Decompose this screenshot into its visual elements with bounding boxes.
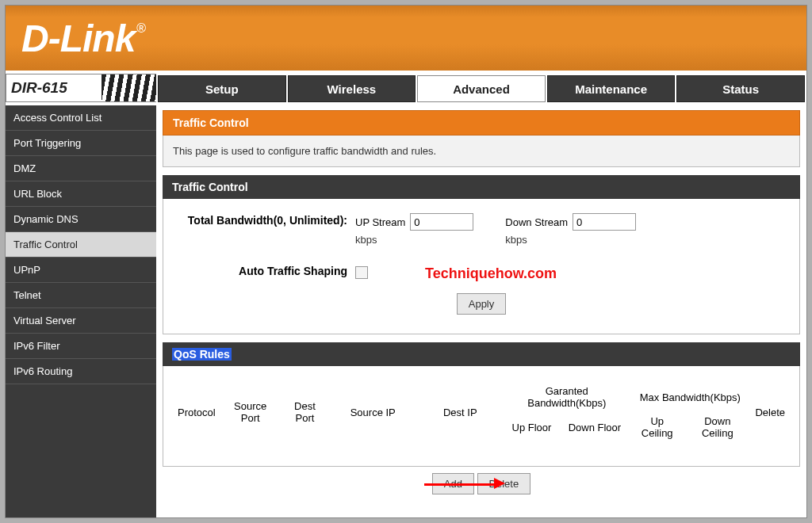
up-stream-input[interactable]: [410, 213, 473, 231]
top-row: DIR-615 Setup Wireless Advanced Maintena…: [6, 74, 806, 105]
bandwidth-label: Total Bandwidth(0, Unlimited):: [173, 213, 355, 227]
col-src-ip: Source IP: [329, 382, 416, 442]
sidebar-item-upnp[interactable]: UPnP: [6, 258, 156, 283]
sidebar-item-ipv6-routing[interactable]: IPv6 Routing: [6, 359, 156, 384]
tab-maintenance[interactable]: Maintenance: [547, 75, 676, 102]
watermark-text: Techniquehow.com: [425, 265, 557, 282]
tab-setup[interactable]: Setup: [158, 75, 286, 102]
qos-section-title: QoS Rules: [163, 342, 800, 366]
qos-title-text: QoS Rules: [172, 348, 232, 361]
main-tabs: Setup Wireless Advanced Maintenance Stat…: [156, 74, 806, 105]
qos-panel: Protocol Source Port Dest Port Source IP…: [163, 366, 800, 467]
down-stream-input[interactable]: [573, 213, 636, 231]
annotation-arrow: [424, 476, 505, 489]
bandwidth-row: Total Bandwidth(0, Unlimited): UP Stream…: [173, 213, 790, 246]
sidebar-item-ipv6-filter[interactable]: IPv6 Filter: [6, 334, 156, 359]
up-stream-label: UP Stream: [355, 216, 405, 228]
header-banner: D-Link®: [6, 6, 806, 74]
logo-text: D-Link: [21, 17, 135, 59]
sidebar-item-ddns[interactable]: Dynamic DNS: [6, 207, 156, 232]
main-layout: Access Control List Port Triggering DMZ …: [6, 105, 806, 517]
col-max: Max Bandwidth(Kbps): [630, 382, 750, 412]
stream-group: UP Stream kbps Down Stream kbps: [355, 213, 636, 246]
traffic-control-section-title: Traffic Control: [163, 175, 800, 199]
col-up-ceiling: Up Ceiling: [630, 412, 684, 442]
col-down-floor: Down Floor: [560, 412, 630, 442]
apply-button[interactable]: Apply: [457, 293, 507, 315]
tab-advanced[interactable]: Advanced: [417, 75, 546, 102]
down-stream-group: Down Stream kbps: [505, 213, 636, 246]
model-label: DIR-615: [11, 79, 67, 97]
col-up-floor: Up Floor: [504, 412, 559, 442]
sidebar-item-virtual-server[interactable]: Virtual Server: [6, 308, 156, 334]
page-title: Traffic Control: [163, 110, 800, 136]
col-src-port: Source Port: [220, 382, 281, 442]
col-protocol: Protocol: [173, 382, 220, 442]
qos-table: Protocol Source Port Dest Port Source IP…: [173, 382, 790, 442]
col-down-ceiling: Down Ceiling: [684, 412, 750, 442]
up-stream-group: UP Stream kbps: [355, 213, 473, 246]
ats-checkbox[interactable]: [355, 266, 368, 279]
col-delete: Delete: [750, 382, 790, 442]
col-dst-port: Dest Port: [281, 382, 330, 442]
model-tag: DIR-615: [6, 74, 156, 102]
col-dst-ip: Dest IP: [416, 382, 504, 442]
sidebar-item-telnet[interactable]: Telnet: [6, 283, 156, 308]
ats-label: Auto Traffic Shaping: [173, 265, 355, 277]
brand-logo: D-Link®: [21, 17, 144, 60]
down-stream-unit: kbps: [505, 234, 636, 246]
up-stream-unit: kbps: [355, 234, 473, 246]
col-garanted: Garanted Bandwidth(Kbps): [504, 382, 630, 412]
sidebar-item-acl[interactable]: Access Control List: [6, 105, 156, 131]
app-frame: D-Link® DIR-615 Setup Wireless Advanced …: [5, 5, 807, 518]
traffic-control-panel: Total Bandwidth(0, Unlimited): UP Stream…: [163, 199, 800, 334]
actions-row: Add Delete: [163, 467, 800, 494]
page-description: This page is used to configure traffic b…: [163, 136, 800, 167]
tab-wireless[interactable]: Wireless: [288, 75, 416, 102]
tab-status[interactable]: Status: [676, 75, 805, 102]
content-area: Traffic Control This page is used to con…: [156, 105, 806, 517]
sidebar-item-traffic-control[interactable]: Traffic Control: [6, 232, 156, 258]
apply-row: Apply: [173, 293, 790, 315]
arrow-line-icon: [424, 483, 496, 486]
sidebar-item-port-triggering[interactable]: Port Triggering: [6, 131, 156, 156]
sidebar-item-url-block[interactable]: URL Block: [6, 181, 156, 207]
sidebar: Access Control List Port Triggering DMZ …: [6, 105, 156, 517]
arrow-head-icon: [494, 478, 505, 489]
sidebar-item-dmz[interactable]: DMZ: [6, 156, 156, 181]
down-stream-label: Down Stream: [505, 216, 568, 228]
